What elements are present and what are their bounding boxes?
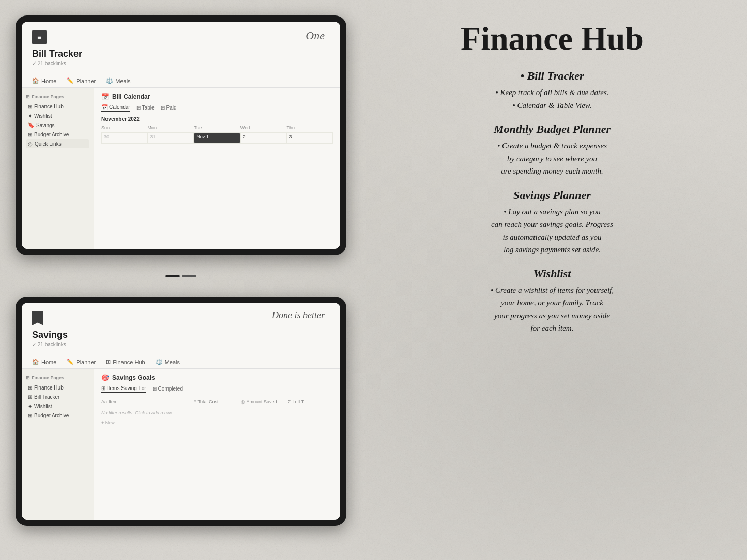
- cal-cell-3: 3: [286, 132, 333, 144]
- new-row-button[interactable]: + New: [101, 418, 333, 427]
- savings-table-header: Aa Item # Total Cost ◎ Amount Saved: [101, 397, 333, 407]
- cal-cell-30: 30: [101, 132, 148, 144]
- col-left: Σ Left T: [288, 399, 333, 405]
- bill-tracker-body: ⊞ Finance Pages ⊞Finance Hub ✦Wishlist 🔖…: [22, 88, 340, 249]
- gap-dots: [165, 275, 196, 277]
- feature-bill-tracker-bullets: • Keep track of all bills & due dates. •…: [496, 87, 609, 111]
- savings-nav-finance-hub[interactable]: ⊞ Finance Hub: [106, 359, 145, 365]
- bill-tracker-header: One ≡ Bill Tracker ✓ 21 backlinks: [22, 22, 340, 74]
- nav-meals[interactable]: ⚖️ Meals: [106, 77, 130, 84]
- tab-table[interactable]: ⊞ Table: [136, 104, 155, 112]
- feature-savings-planner-bullets: • Lay out a savings plan so you can reac…: [491, 206, 613, 256]
- bill-calendar-content: 📅 Bill Calendar 📅 Calendar ⊞ Table: [94, 88, 340, 249]
- feature-savings-planner: Savings Planner • Lay out a savings plan…: [491, 189, 613, 257]
- sidebar-item-quick-links[interactable]: ◎Quick Links: [26, 139, 89, 148]
- sidebar-item-savings[interactable]: 🔖Savings: [26, 121, 89, 130]
- sidebar-section-finance: ⊞ Finance Pages: [26, 94, 89, 99]
- done-label: Done is better: [272, 310, 325, 321]
- bill-view-tabs: 📅 Calendar ⊞ Table ⊞ Paid: [101, 104, 333, 112]
- savings-screen: Done is better Savings ✓ 21 backlinks 🏠 …: [22, 303, 340, 520]
- feature-wishlist-title: Wishlist: [491, 267, 614, 281]
- savings-title: Savings: [32, 330, 330, 340]
- tab-items-saving[interactable]: ⊞ Items Saving For: [101, 385, 146, 393]
- feature-wishlist: Wishlist • Create a wishlist of items fo…: [491, 267, 614, 335]
- savings-nav-planner[interactable]: ✏️ Planner: [67, 359, 96, 365]
- savings-body: ⊞ Finance Pages ⊞Finance Hub ⊞Bill Track…: [22, 369, 340, 520]
- calendar-grid: Sun Mon Tue Wed Thu 30 31 Nov 1 2: [101, 125, 333, 144]
- feature-budget-planner-title: Monthly Budget Planner: [494, 122, 611, 136]
- savings-sidebar-finance-hub[interactable]: ⊞Finance Hub: [26, 383, 89, 392]
- savings-tablet: Done is better Savings ✓ 21 backlinks 🏠 …: [16, 297, 346, 526]
- savings-backlinks: ✓ 21 backlinks: [32, 341, 330, 347]
- col-total-cost: # Total Cost: [193, 399, 238, 405]
- cal-cell-31: 31: [148, 132, 194, 144]
- no-filter-text: No filter results. Click to add a row.: [101, 407, 333, 418]
- cal-row-1: 30 31 Nov 1 2 3: [101, 132, 333, 144]
- feature-savings-planner-title: Savings Planner: [491, 189, 613, 202]
- bill-tracker-tablet: One ≡ Bill Tracker ✓ 21 backlinks 🏠 Home…: [16, 15, 346, 255]
- savings-sidebar-section: ⊞ Finance Pages: [26, 375, 89, 380]
- feature-budget-planner: Monthly Budget Planner • Create a budget…: [494, 122, 611, 178]
- gap-dot-2: [182, 275, 196, 277]
- savings-view-tabs: ⊞ Items Saving For ⊞ Completed: [101, 385, 333, 393]
- bill-calendar-title: 📅 Bill Calendar: [101, 93, 333, 100]
- nav-home[interactable]: 🏠 Home: [32, 77, 56, 84]
- screens-gap: [165, 271, 196, 281]
- tab-paid[interactable]: ⊞ Paid: [161, 104, 177, 112]
- sidebar-item-wishlist[interactable]: ✦Wishlist: [26, 112, 89, 120]
- cal-cell-2: 2: [240, 132, 287, 144]
- notion-icon: ≡: [32, 30, 47, 44]
- savings-sidebar-wishlist[interactable]: ✦Wishlist: [26, 402, 89, 411]
- feature-budget-planner-bullets: • Create a budget & track expenses by ca…: [494, 140, 611, 177]
- bookmark-icon: [32, 311, 43, 325]
- feature-bill-tracker-title: • Bill Tracker: [496, 69, 609, 83]
- finance-hub-title: Finance Hub: [461, 21, 644, 57]
- month-label: November 2022: [101, 116, 333, 122]
- sidebar-item-budget-archive[interactable]: ⊞Budget Archive: [26, 130, 89, 139]
- gap-dot-1: [165, 275, 180, 277]
- col-item: Aa Item: [101, 399, 191, 405]
- right-panel: Finance Hub • Bill Tracker • Keep track …: [362, 0, 747, 560]
- bill-tracker-backlinks: ✓ 21 backlinks: [32, 60, 330, 66]
- tab-completed[interactable]: ⊞ Completed: [153, 385, 183, 393]
- bill-tracker-screen: One ≡ Bill Tracker ✓ 21 backlinks 🏠 Home…: [22, 22, 340, 249]
- bill-tracker-sidebar: ⊞ Finance Pages ⊞Finance Hub ✦Wishlist 🔖…: [22, 88, 94, 249]
- cal-header: Sun Mon Tue Wed Thu: [101, 125, 333, 130]
- savings-sidebar: ⊞ Finance Pages ⊞Finance Hub ⊞Bill Track…: [22, 369, 94, 520]
- col-amount-saved: ◎ Amount Saved: [241, 399, 286, 405]
- savings-nav-home[interactable]: 🏠 Home: [32, 359, 56, 365]
- bill-tracker-title: Bill Tracker: [32, 49, 330, 59]
- sidebar-item-finance-hub[interactable]: ⊞Finance Hub: [26, 102, 89, 111]
- savings-sidebar-bill-tracker[interactable]: ⊞Bill Tracker: [26, 393, 89, 401]
- one-label: One: [306, 29, 325, 42]
- savings-goals-title: 🎯 Savings Goals: [101, 374, 333, 381]
- nav-planner[interactable]: ✏️ Planner: [67, 77, 96, 84]
- left-panel: One ≡ Bill Tracker ✓ 21 backlinks 🏠 Home…: [0, 0, 362, 560]
- feature-bill-tracker: • Bill Tracker • Keep track of all bills…: [496, 69, 609, 112]
- savings-sidebar-budget-archive[interactable]: ⊞Budget Archive: [26, 411, 89, 420]
- savings-goals-content: 🎯 Savings Goals ⊞ Items Saving For ⊞ Com…: [94, 369, 340, 520]
- bill-tracker-nav: 🏠 Home ✏️ Planner ⚖️ Meals: [22, 74, 340, 88]
- savings-nav-meals[interactable]: ⚖️ Meals: [156, 359, 180, 365]
- cal-cell-nov1: Nov 1: [194, 132, 240, 144]
- feature-wishlist-bullets: • Create a wishlist of items for yoursel…: [491, 285, 614, 334]
- savings-header: Done is better Savings ✓ 21 backlinks: [22, 303, 340, 355]
- tab-calendar[interactable]: 📅 Calendar: [101, 104, 130, 112]
- savings-nav: 🏠 Home ✏️ Planner ⊞ Finance Hub ⚖️ Meals: [22, 355, 340, 369]
